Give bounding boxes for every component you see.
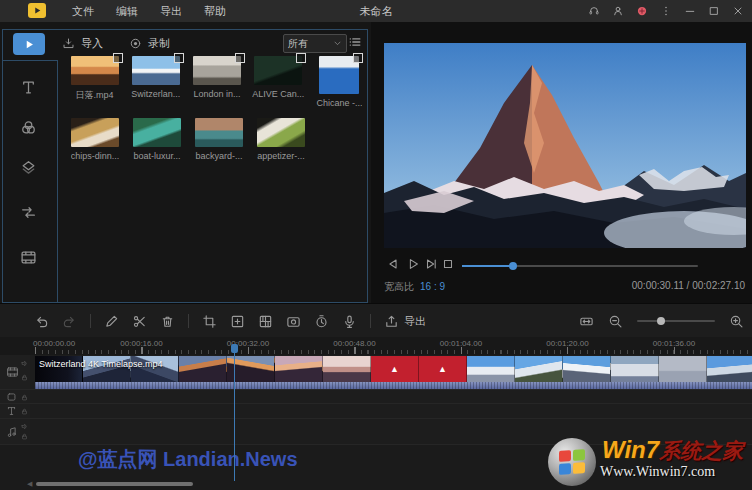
- seek-knob[interactable]: [509, 262, 517, 270]
- aspect-value[interactable]: 16 : 9: [420, 281, 445, 292]
- thumbnail-select-badge[interactable]: [296, 53, 306, 63]
- maximize-icon[interactable]: [708, 5, 720, 17]
- export-button[interactable]: 导出: [384, 314, 426, 329]
- media-thumbnail[interactable]: [195, 118, 243, 147]
- prev-frame-button[interactable]: [386, 257, 400, 271]
- tab-transitions[interactable]: [0, 204, 57, 221]
- playhead-line[interactable]: [234, 346, 235, 481]
- media-item[interactable]: 日落.mp4: [64, 56, 125, 108]
- ruler-label: 00:00:48.00: [333, 339, 375, 348]
- filmstrip-frame: [371, 356, 419, 382]
- music-note-icon: [6, 426, 18, 438]
- media-filter-dropdown[interactable]: 所有: [283, 34, 347, 53]
- thumbnail-select-badge[interactable]: [113, 53, 123, 63]
- list-view-icon[interactable]: [348, 35, 362, 49]
- media-item[interactable]: backyard-...: [188, 118, 250, 161]
- lock-track-icon[interactable]: [21, 394, 28, 401]
- aspect-ratio: 宽高比16 : 9: [384, 280, 445, 294]
- menu-item-1[interactable]: 编辑: [116, 4, 138, 19]
- duration-button[interactable]: [314, 314, 329, 329]
- next-frame-button[interactable]: [424, 257, 438, 271]
- timeline-zoom-knob[interactable]: [657, 317, 665, 325]
- text-track-body[interactable]: [30, 404, 752, 418]
- timeline-zoom-slider[interactable]: [637, 320, 715, 322]
- video-track-header[interactable]: [0, 355, 31, 389]
- mosaic-button[interactable]: [258, 314, 273, 329]
- support-icon[interactable]: [588, 5, 600, 17]
- timeline-ruler[interactable]: 00:00:00.0000:00:16.0000:00:32.0000:00:4…: [0, 337, 752, 355]
- media-item[interactable]: ALIVE Can...: [248, 56, 309, 108]
- import-button[interactable]: 导入: [62, 36, 103, 51]
- trash-button[interactable]: [160, 314, 175, 329]
- media-item[interactable]: Switzerlan...: [125, 56, 186, 108]
- fit-timeline-icon[interactable]: [579, 314, 594, 329]
- tab-overlays[interactable]: [0, 159, 57, 176]
- play-button[interactable]: [406, 257, 420, 271]
- media-thumbnail[interactable]: [71, 118, 119, 147]
- tab-text[interactable]: [0, 79, 57, 96]
- tab-elements[interactable]: [0, 249, 57, 266]
- undo-button[interactable]: [34, 314, 49, 329]
- crop-button[interactable]: [202, 314, 217, 329]
- close-icon[interactable]: [732, 5, 744, 17]
- media-thumbnail[interactable]: [132, 56, 180, 85]
- lock-track-icon[interactable]: [21, 408, 28, 415]
- enlarge-button[interactable]: [230, 314, 245, 329]
- more-icon[interactable]: [660, 5, 672, 17]
- minimize-icon[interactable]: [684, 5, 696, 17]
- video-preview[interactable]: [384, 43, 746, 248]
- media-item[interactable]: London in...: [186, 56, 247, 108]
- video-track: Switzerland 4K Timelapse.mp4: [0, 355, 752, 390]
- lock-track-icon[interactable]: [21, 374, 28, 381]
- menu-item-2[interactable]: 导出: [160, 4, 182, 19]
- tab-filters[interactable]: [0, 119, 57, 136]
- ruler-label: 00:01:36.00: [653, 339, 695, 348]
- stop-button[interactable]: [441, 257, 455, 271]
- video-track-body[interactable]: Switzerland 4K Timelapse.mp4: [30, 355, 752, 389]
- app-logo-icon[interactable]: [28, 3, 46, 18]
- media-thumbnail[interactable]: [319, 56, 359, 94]
- mute-track-icon[interactable]: [21, 360, 28, 367]
- media-thumbnail[interactable]: [254, 56, 302, 85]
- filmstrip-frame: [563, 356, 611, 382]
- text-track-header[interactable]: [0, 404, 31, 418]
- media-thumbnail[interactable]: [133, 118, 181, 147]
- film-icon: [6, 366, 19, 379]
- menu-item-3[interactable]: 帮助: [204, 4, 226, 19]
- media-item[interactable]: appetizer-...: [250, 118, 312, 161]
- filmstrip-frame: [323, 356, 371, 382]
- filter-selected-value: 所有: [288, 37, 308, 51]
- media-thumbnail[interactable]: [257, 118, 305, 147]
- scissors-button[interactable]: [132, 314, 147, 329]
- timeline-horizontal-scrollbar[interactable]: [36, 482, 193, 486]
- music-track-header[interactable]: [0, 419, 31, 444]
- user-icon[interactable]: [612, 5, 624, 17]
- menu-item-0[interactable]: 文件: [72, 4, 94, 19]
- media-item[interactable]: chips-dinn...: [64, 118, 126, 161]
- media-item[interactable]: boat-luxur...: [126, 118, 188, 161]
- gift-icon[interactable]: [636, 5, 648, 17]
- record-button[interactable]: 录制: [129, 36, 170, 51]
- timeline-clip[interactable]: Switzerland 4K Timelapse.mp4: [35, 356, 752, 389]
- media-thumbnail[interactable]: [193, 56, 241, 85]
- timeline: 00:00:00.0000:00:16.0000:00:32.0000:00:4…: [0, 337, 752, 490]
- voiceover-button[interactable]: [342, 314, 357, 329]
- current-time: 00:00:30.11: [632, 280, 684, 291]
- media-row-0: 日落.mp4Switzerlan...London in...ALIVE Can…: [64, 56, 370, 108]
- zoom-out-icon[interactable]: [608, 314, 623, 329]
- tab-media[interactable]: [13, 33, 45, 55]
- scroll-left-arrow-icon[interactable]: ◀: [27, 480, 32, 488]
- thumbnail-select-badge[interactable]: [235, 53, 245, 63]
- freeze-frame-button[interactable]: [286, 314, 301, 329]
- zoom-in-icon[interactable]: [729, 314, 744, 329]
- media-thumbnail[interactable]: [71, 56, 119, 85]
- pencil-button[interactable]: [104, 314, 119, 329]
- overlay-track-body[interactable]: [30, 390, 752, 403]
- mute-track-icon[interactable]: [21, 423, 28, 430]
- thumbnail-select-badge[interactable]: [353, 53, 363, 63]
- seek-slider[interactable]: [462, 265, 698, 267]
- media-item[interactable]: Chicane -...: [309, 56, 370, 108]
- lock-track-icon[interactable]: [21, 433, 28, 440]
- thumbnail-select-badge[interactable]: [174, 53, 184, 63]
- overlay-track-header[interactable]: [0, 390, 31, 403]
